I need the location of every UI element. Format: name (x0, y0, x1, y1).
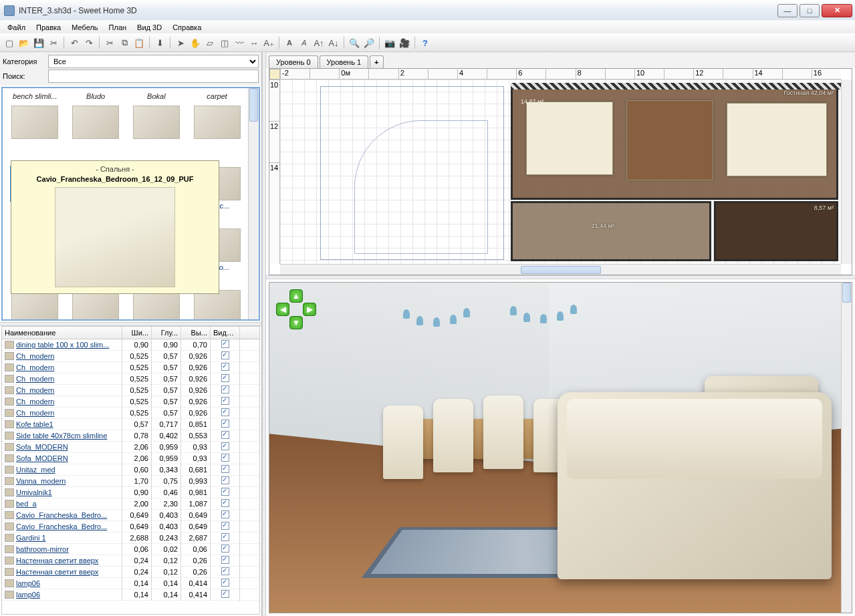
video-icon[interactable]: 🎥 (398, 36, 411, 49)
catalog-controls: Категория Все Поиск: (0, 52, 261, 86)
minimize-button[interactable]: — (777, 4, 798, 17)
col-visible[interactable]: Види... (211, 327, 240, 339)
right-splitter[interactable] (266, 275, 855, 279)
tooltip-category: - Спальня - (15, 165, 215, 173)
zoomout-icon[interactable]: 🔎 (362, 36, 376, 49)
menu-furniture[interactable]: Мебель (67, 22, 102, 33)
catalog-item[interactable]: Bokal (128, 92, 185, 150)
prefs-icon[interactable]: ✂ (47, 36, 60, 49)
paste-icon[interactable]: 📋 (132, 36, 146, 49)
catalog-scrollbar[interactable] (248, 88, 259, 319)
menubar: Файл Правка Мебель План Вид 3D Справка (0, 20, 855, 33)
menu-file[interactable]: Файл (3, 22, 30, 33)
save-icon[interactable]: 💾 (32, 36, 45, 49)
tooltip-preview (55, 187, 175, 287)
photo-icon[interactable]: 📷 (383, 36, 396, 49)
ruler-corner (269, 69, 280, 80)
plan-hscroll[interactable] (280, 264, 841, 275)
dim-icon[interactable]: ↔ (247, 36, 261, 49)
new-icon[interactable]: ▢ (3, 36, 16, 49)
dec-icon[interactable]: A↓ (327, 36, 340, 49)
catalog-panel: bench slimli...BludoBokalcarpetCaFranc..… (1, 87, 260, 321)
room-icon[interactable]: ◫ (218, 36, 231, 49)
sofa (558, 392, 832, 579)
help-icon[interactable]: ? (418, 36, 432, 49)
bold-icon[interactable]: A (283, 36, 296, 49)
menu-plan[interactable]: План (104, 22, 132, 33)
copy-icon[interactable]: ⧉ (118, 36, 131, 49)
plan-view[interactable]: -20м246810121416 101214 Гостиная 42,04 м… (269, 68, 852, 275)
redo-icon[interactable]: ↷ (82, 36, 96, 49)
window-title: INTER_3.sh3d - Sweet Home 3D (19, 6, 777, 15)
table-header: Наименование Ши... Глу... Вы... Види... (2, 327, 259, 339)
category-label: Категория (3, 57, 45, 65)
tooltip-title: Cavio_Francheska_Bedroom_16_12_09_PUF (15, 175, 215, 183)
search-input[interactable] (48, 69, 259, 83)
titlebar: INTER_3.sh3d - Sweet Home 3D — □ ✕ (0, 0, 855, 20)
maximize-button[interactable]: □ (800, 4, 820, 17)
tab-level1[interactable]: Уровень 1 (320, 55, 369, 68)
tab-level0[interactable]: Уровень 0 (269, 55, 318, 68)
catalog-item[interactable]: Bludo (68, 92, 124, 150)
3d-view[interactable]: ▲ ◀ ▶ ▼ (269, 282, 852, 613)
table-row[interactable]: lamp060,140,140,414 (2, 589, 259, 601)
app-icon (4, 5, 15, 16)
tab-add[interactable]: + (370, 55, 383, 68)
furniture-tooltip: - Спальня - Cavio_Francheska_Bedroom_16_… (11, 160, 219, 294)
furniture-table: Наименование Ши... Глу... Вы... Види... … (1, 326, 260, 615)
open-icon[interactable]: 📂 (17, 36, 31, 49)
room-label-bath: 8,57 м² (814, 204, 834, 211)
select-icon[interactable]: ➤ (174, 36, 187, 49)
col-depth[interactable]: Глу... (152, 327, 181, 339)
room-label-mid: 21,44 м² (592, 222, 707, 229)
search-label: Поиск: (3, 72, 45, 80)
room-label-living: Гостиная 42,04 м² (784, 90, 834, 96)
3d-nav[interactable]: ▲ ◀ ▶ ▼ (276, 289, 316, 329)
plan-canvas[interactable]: Гостиная 42,04 м² 21,44 м² 8,57 м² 14,87… (280, 80, 841, 264)
ruler-horizontal: -20м246810121416 (280, 69, 841, 80)
text-icon[interactable]: A₊ (262, 36, 275, 49)
col-height[interactable]: Вы... (181, 327, 211, 339)
room-label-dine: 14,87 м² (521, 98, 543, 105)
level-tabs: Уровень 0 Уровень 1 + (266, 52, 855, 68)
ruler-vertical: 101214 (269, 80, 280, 264)
catalog-item[interactable]: bench slimli... (7, 92, 64, 150)
toolbar: ▢ 📂 💾 ✂ ↶ ↷ ✂ ⧉ 📋 ⬇ ➤ ✋ ▱ ◫ 〰 ↔ A₊ A A A… (0, 33, 855, 52)
catalog-item[interactable]: carpet (189, 92, 245, 150)
wall-icon[interactable]: ▱ (203, 36, 217, 49)
undo-icon[interactable]: ↶ (68, 36, 81, 49)
polyline-icon[interactable]: 〰 (233, 36, 246, 49)
zoomin-icon[interactable]: 🔍 (348, 36, 361, 49)
col-name[interactable]: Наименование (2, 327, 122, 339)
inc-icon[interactable]: A↑ (312, 36, 326, 49)
category-select[interactable]: Все (48, 55, 259, 68)
addfurn-icon[interactable]: ⬇ (153, 36, 166, 49)
menu-edit[interactable]: Правка (31, 22, 66, 33)
menu-help[interactable]: Справка (168, 22, 206, 33)
close-button[interactable]: ✕ (822, 4, 852, 17)
col-width[interactable]: Ши... (122, 327, 152, 339)
menu-3dview[interactable]: Вид 3D (132, 22, 166, 33)
plan-vscroll[interactable] (841, 80, 852, 264)
pan-icon[interactable]: ✋ (189, 36, 202, 49)
3d-vscroll[interactable] (841, 283, 852, 613)
italic-icon[interactable]: A (297, 36, 311, 49)
cut-icon[interactable]: ✂ (103, 36, 116, 49)
